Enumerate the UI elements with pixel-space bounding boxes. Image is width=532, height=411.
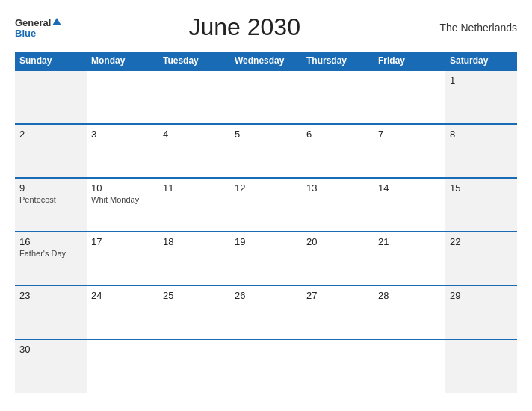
day-cell: 29: [445, 285, 517, 339]
day-cell: [158, 339, 230, 393]
day-cell: 26: [230, 285, 302, 339]
day-number: 8: [450, 129, 513, 140]
day-cell: 21: [374, 232, 445, 285]
day-number: 7: [378, 129, 441, 140]
weekday-tuesday: Tuesday: [158, 52, 230, 70]
day-cell: 9Pentecost: [15, 178, 87, 232]
day-number: 15: [450, 182, 513, 194]
logo-general: General: [15, 17, 51, 28]
day-event: Whit Monday: [91, 195, 154, 204]
logo-blue: Blue: [15, 28, 61, 39]
day-number: 3: [91, 129, 154, 140]
week-row-5: 30: [15, 339, 517, 393]
calendar-grid: SundayMondayTuesdayWednesdayThursdayFrid…: [15, 52, 517, 393]
day-number: 17: [91, 236, 154, 247]
day-cell: 23: [15, 285, 87, 339]
weekday-thursday: Thursday: [302, 52, 374, 70]
day-cell: [87, 339, 158, 393]
day-number: 22: [450, 236, 513, 247]
weekday-monday: Monday: [87, 52, 158, 70]
day-cell: 5: [230, 124, 302, 178]
day-number: 29: [450, 290, 513, 301]
day-number: 13: [306, 182, 369, 194]
day-number: 6: [306, 129, 369, 140]
weekday-friday: Friday: [374, 52, 445, 70]
day-cell: 19: [230, 232, 302, 285]
day-cell: 25: [158, 285, 230, 339]
day-cell: 27: [302, 285, 374, 339]
day-cell: 8: [445, 124, 517, 178]
day-number: 16: [19, 236, 82, 247]
day-cell: 6: [302, 124, 374, 178]
day-number: 26: [235, 290, 297, 301]
week-row-0: 1: [15, 70, 517, 124]
day-cell: [374, 339, 445, 393]
day-cell: 13: [302, 178, 374, 232]
day-cell: [158, 70, 230, 124]
day-cell: 16Father's Day: [15, 232, 87, 285]
week-row-4: 23242526272829: [15, 285, 517, 339]
day-number: 14: [378, 182, 441, 194]
day-cell: 15: [445, 178, 517, 232]
day-cell: 12: [230, 178, 302, 232]
day-cell: [445, 339, 517, 393]
weekday-saturday: Saturday: [445, 52, 517, 70]
day-number: 5: [235, 129, 297, 140]
day-cell: 14: [374, 178, 445, 232]
day-cell: 17: [87, 232, 158, 285]
calendar-header: General Blue June 2030 The Netherlands: [15, 13, 517, 41]
day-cell: 11: [158, 178, 230, 232]
day-number: 27: [306, 290, 369, 301]
day-cell: 10Whit Monday: [87, 178, 158, 232]
day-event: Pentecost: [19, 195, 82, 204]
day-cell: [15, 70, 87, 124]
day-cell: [374, 70, 445, 124]
day-number: 23: [19, 290, 82, 301]
calendar-title: June 2030: [61, 13, 427, 41]
week-row-1: 2345678: [15, 124, 517, 178]
day-cell: 22: [445, 232, 517, 285]
day-event: Father's Day: [19, 249, 82, 258]
day-number: 1: [450, 75, 513, 86]
calendar: General Blue June 2030 The Netherlands S…: [0, 0, 532, 411]
day-number: 2: [19, 129, 82, 140]
logo-text: General: [15, 16, 61, 29]
day-number: 12: [235, 182, 297, 194]
weekday-wednesday: Wednesday: [230, 52, 302, 70]
day-number: 25: [163, 290, 226, 301]
day-cell: 24: [87, 285, 158, 339]
day-number: 10: [91, 182, 154, 194]
day-cell: [230, 339, 302, 393]
week-row-2: 9Pentecost10Whit Monday1112131415: [15, 178, 517, 232]
weekday-sunday: Sunday: [15, 52, 87, 70]
day-number: 30: [19, 344, 82, 355]
day-cell: [230, 70, 302, 124]
day-cell: 2: [15, 124, 87, 178]
day-cell: [302, 70, 374, 124]
logo: General Blue: [15, 16, 61, 40]
day-cell: 4: [158, 124, 230, 178]
day-cell: 30: [15, 339, 87, 393]
day-number: 20: [306, 236, 369, 247]
day-number: 19: [235, 236, 297, 247]
day-number: 28: [378, 290, 441, 301]
day-cell: 3: [87, 124, 158, 178]
day-number: 24: [91, 290, 154, 301]
day-cell: 20: [302, 232, 374, 285]
day-cell: 1: [445, 70, 517, 124]
day-number: 9: [19, 182, 82, 194]
logo-triangle-icon: [52, 18, 61, 25]
weekday-header-row: SundayMondayTuesdayWednesdayThursdayFrid…: [15, 52, 517, 70]
day-number: 18: [163, 236, 226, 247]
day-number: 11: [163, 182, 226, 194]
day-cell: 7: [374, 124, 445, 178]
day-number: 21: [378, 236, 441, 247]
day-cell: 28: [374, 285, 445, 339]
day-number: 4: [163, 129, 226, 140]
week-row-3: 16Father's Day171819202122: [15, 232, 517, 285]
day-cell: [87, 70, 158, 124]
day-cell: 18: [158, 232, 230, 285]
calendar-country: The Netherlands: [427, 22, 517, 34]
day-cell: [302, 339, 374, 393]
